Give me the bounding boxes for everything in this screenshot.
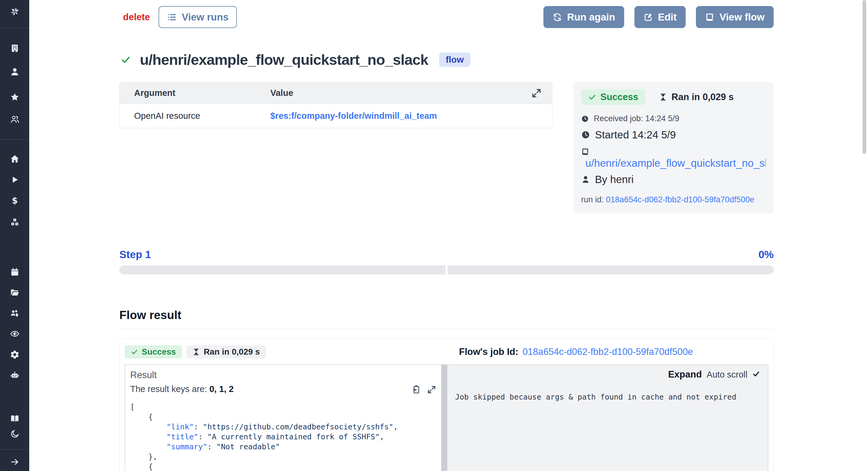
schedules-calendar-icon[interactable] [0, 267, 29, 277]
view-flow-label: View flow [719, 11, 765, 23]
list-icon [167, 12, 177, 22]
workers-gear-icon[interactable] [0, 350, 29, 359]
step-label[interactable]: Step 1 [119, 248, 151, 261]
received-job-label: Received job: 14:24 5/9 [594, 114, 679, 123]
hourglass-icon [659, 93, 667, 101]
edit-label: Edit [658, 11, 677, 23]
run-duration: Ran in 0,029 s [659, 92, 734, 102]
flow-scroll-icon [705, 12, 715, 22]
content-row: Argument Value OpenAI resource $res:f/co… [119, 82, 774, 213]
result-json: [ { "link": "https://github.com/deadbeef… [130, 402, 441, 471]
job-id-link[interactable]: 018a654c-d062-fbb2-d100-59fa70df500e [523, 347, 693, 357]
status-label: Success [600, 92, 638, 102]
argument-name: OpenAI resource [120, 111, 270, 121]
step-row: Step 1 0% [119, 248, 774, 261]
result-pane-actions [411, 385, 436, 395]
success-check-icon [121, 55, 131, 65]
arguments-table: Argument Value OpenAI resource $res:f/co… [119, 82, 553, 128]
flow-result-heading: Flow result [119, 308, 774, 322]
run-id-label: run id: [581, 195, 604, 204]
expand-result-icon[interactable] [427, 385, 436, 395]
edit-button[interactable]: Edit [634, 6, 686, 28]
status-badge: Success [581, 89, 646, 105]
autoscroll-check-icon[interactable] [752, 370, 760, 379]
home-icon[interactable] [0, 154, 29, 164]
sidebar-divider [0, 139, 29, 140]
status-badge: Success [125, 345, 182, 358]
flow-scroll-icon [581, 147, 766, 156]
author-line: By henri [581, 173, 766, 185]
hourglass-icon [192, 348, 200, 356]
result-scrollbar[interactable] [441, 365, 447, 471]
resources-cubes-icon[interactable] [0, 217, 29, 227]
view-flow-button[interactable]: View flow [696, 6, 774, 28]
column-header-value: Value [270, 88, 293, 98]
arguments-table-header: Argument Value [120, 82, 552, 104]
theme-moon-icon[interactable] [0, 429, 29, 439]
flow-badge: flow [439, 53, 470, 67]
log-expand-button[interactable]: Expand [668, 369, 702, 380]
author-label: By henri [595, 173, 633, 185]
toolbar: delete View runs Run again Edit View flo… [119, 0, 774, 28]
view-runs-label: View runs [182, 11, 228, 23]
flow-path-link[interactable]: u/henri/example_flow_quickstart_no_slack [581, 157, 766, 169]
favorites-star-icon[interactable] [0, 92, 29, 102]
run-duration-label: Ran in 0,029 s [672, 92, 734, 102]
log-header: Expand Auto scroll [455, 369, 760, 380]
result-split: Result The result keys are: 0, 1, 2 [ { … [125, 364, 768, 471]
result-label: Result [130, 370, 441, 381]
result-keys-line: The result keys are: 0, 1, 2 [130, 384, 441, 394]
page-title: u/henri/example_flow_quickstart_no_slack [140, 51, 428, 68]
autoscroll-toggle[interactable]: Auto scroll [707, 370, 747, 380]
duration-label: Ran in 0,029 s [204, 347, 260, 357]
person-icon [581, 175, 590, 184]
clock-icon [581, 115, 589, 123]
ai-robot-icon[interactable] [0, 371, 29, 380]
sidebar-divider [0, 449, 29, 450]
result-keys-prefix: The result keys are: [130, 384, 210, 394]
result-pane: Result The result keys are: 0, 1, 2 [ { … [125, 365, 441, 471]
audit-eye-icon[interactable] [0, 329, 29, 338]
started-label: Started 14:24 5/9 [595, 129, 676, 141]
variables-dollar-icon[interactable]: $ [0, 196, 29, 206]
run-id-link[interactable]: 018a654c-d062-fbb2-d100-59fa70df500e [606, 195, 754, 204]
expand-table-icon[interactable] [531, 88, 542, 98]
windmill-logo-icon[interactable] [0, 7, 29, 17]
copy-clipboard-icon[interactable] [411, 385, 421, 395]
started-line: Started 14:24 5/9 [581, 129, 766, 141]
svg-text:$: $ [12, 196, 18, 206]
main-content: delete View runs Run again Edit View flo… [119, 0, 774, 471]
view-runs-button[interactable]: View runs [158, 6, 237, 28]
groups-icon[interactable] [0, 308, 29, 318]
received-job-line: Received job: 14:24 5/9 [581, 114, 766, 123]
page-scrollbar[interactable] [863, 0, 866, 154]
progress-segment [447, 265, 774, 274]
result-keys: 0, 1, 2 [210, 384, 234, 394]
table-row: OpenAI resource $res:f/company-folder/wi… [120, 104, 552, 128]
refresh-icon [553, 12, 562, 22]
members-users-icon[interactable] [0, 115, 29, 124]
status-label: Success [142, 347, 176, 357]
log-text: Job skipped because args & path found in… [455, 392, 760, 401]
edit-pencil-icon [644, 12, 653, 22]
flow-progress-bar [119, 265, 774, 274]
argument-value-link[interactable]: $res:f/company-folder/windmill_ai_team [270, 111, 437, 121]
docs-book-icon[interactable] [0, 414, 29, 423]
runs-play-icon[interactable] [0, 175, 29, 184]
sidebar-divider [0, 28, 29, 28]
job-id-label: Flow's job Id: [459, 347, 518, 357]
expand-sidebar-arrow-icon[interactable] [0, 457, 29, 467]
workspace-building-icon[interactable] [0, 43, 29, 53]
progress-segment [119, 265, 445, 274]
run-again-button[interactable]: Run again [544, 6, 624, 28]
delete-button[interactable]: delete [123, 12, 150, 23]
user-icon[interactable] [0, 67, 29, 77]
sidebar: $ [0, 0, 29, 471]
run-info-card: Success Ran in 0,029 s Received job: 14:… [573, 82, 774, 213]
flow-result-header: Success Ran in 0,029 s Flow's job Id: 01… [125, 344, 768, 360]
clock-icon [581, 130, 590, 139]
toolbar-actions: Run again Edit View flow [544, 6, 774, 28]
folders-icon[interactable] [0, 288, 29, 297]
column-header-argument: Argument [120, 88, 270, 98]
run-id-line: run id: 018a654c-d062-fbb2-d100-59fa70df… [581, 195, 766, 204]
